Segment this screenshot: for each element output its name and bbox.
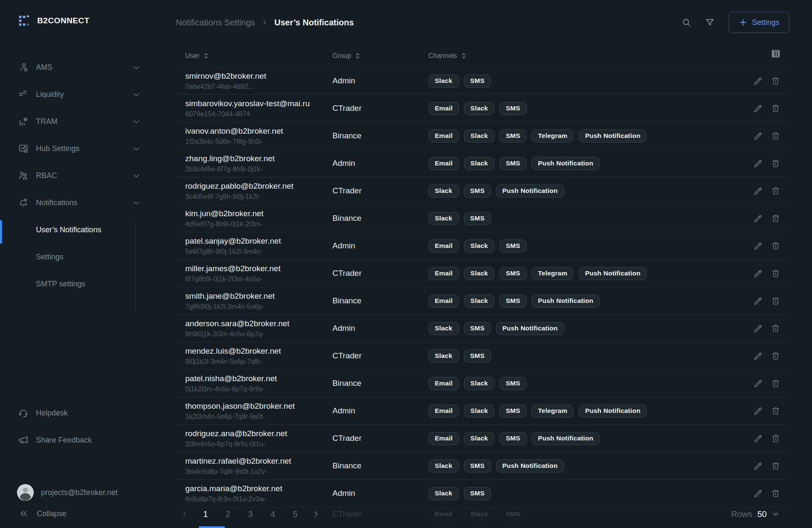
edit-row-button[interactable]	[753, 158, 763, 169]
page-button-1[interactable]: 1	[199, 509, 212, 519]
rows-per-page-select[interactable]: Rows 50	[731, 500, 779, 528]
column-settings-button[interactable]	[770, 48, 781, 59]
channels-cell: EmailSlackSMSPush Notification	[428, 157, 740, 170]
column-header-group[interactable]: Group	[332, 52, 428, 60]
column-header-user[interactable]: User	[176, 52, 332, 60]
sidebar-subitem-smtp-settings[interactable]: SMTP settings	[0, 270, 166, 297]
edit-row-button[interactable]	[753, 433, 763, 444]
group-cell: Binance	[332, 296, 428, 305]
delete-row-button[interactable]	[771, 296, 781, 306]
sidebar-item-liquidity[interactable]: Liquidity	[0, 81, 166, 108]
row-actions	[740, 131, 789, 141]
page-title: User’s Notifications	[274, 18, 354, 28]
delete-row-button[interactable]	[771, 323, 781, 334]
channels-cell: EmailSlackSMSPush Notification	[428, 432, 740, 445]
group-cell: Binance	[332, 379, 428, 388]
delete-row-button[interactable]	[771, 406, 781, 416]
brand-logo-row[interactable]: B2CONNECT	[0, 0, 166, 27]
channel-badge-sms: SMS	[464, 459, 491, 473]
edit-row-button[interactable]	[753, 488, 763, 499]
delete-row-button[interactable]	[771, 76, 781, 86]
edit-row-button[interactable]	[753, 406, 763, 416]
edit-icon	[753, 488, 763, 499]
edit-row-button[interactable]	[753, 461, 763, 471]
sidebar-subitem-user-s-notifications[interactable]: User’s Notifications	[0, 216, 166, 243]
next-page-button[interactable]	[311, 509, 321, 519]
sidebar-item-label: AMS	[36, 63, 132, 72]
user-cell: smirnov@b2broker.net0abe42b7-4fab-4b92..…	[176, 72, 332, 91]
sidebar-link-share-feedback[interactable]: Share Feedback	[0, 426, 166, 454]
page-button-3[interactable]: 3	[244, 509, 257, 519]
table-row: rodriguez.ana@b2broker.net2l3m4n5o-6p7q-…	[176, 425, 789, 452]
sidebar-footer-links: HelpdeskShare Feedback	[0, 399, 166, 454]
tram-icon	[18, 116, 29, 127]
group-cell: CTrader	[332, 269, 428, 278]
channels-cell: SlackSMS	[428, 349, 740, 363]
delete-row-button[interactable]	[771, 213, 781, 224]
channel-badge-push-notification: Push Notification	[579, 129, 647, 143]
breadcrumb-parent[interactable]: Notifications Settings	[176, 18, 255, 28]
page-button-4[interactable]: 4	[266, 509, 279, 519]
delete-row-button[interactable]	[771, 351, 781, 361]
user-email: smirnov@b2broker.net	[185, 72, 332, 81]
liquidity-icon	[18, 89, 29, 100]
previous-page-button[interactable]	[180, 509, 189, 519]
edit-row-button[interactable]	[753, 378, 763, 389]
channel-badge-sms: SMS	[464, 322, 491, 335]
columns-icon	[770, 48, 781, 59]
edit-row-button[interactable]	[753, 131, 763, 141]
trash-icon	[771, 241, 781, 251]
delete-row-button[interactable]	[771, 186, 781, 196]
sidebar-item-ams[interactable]: AMS	[0, 54, 166, 81]
channel-badge-slack: Slack	[428, 349, 459, 363]
filter-button[interactable]	[705, 17, 715, 28]
column-header-channels[interactable]: Channels	[428, 52, 740, 60]
delete-row-button[interactable]	[771, 241, 781, 251]
trash-icon	[771, 378, 781, 389]
edit-row-button[interactable]	[753, 241, 763, 251]
sidebar-item-notifications[interactable]: Notifications	[0, 189, 166, 216]
delete-row-button[interactable]	[771, 158, 781, 169]
edit-row-button[interactable]	[753, 351, 763, 361]
group-cell: Binance	[332, 214, 428, 223]
user-uuid: 8h9i0j1k-2l3m-4n5o-6p7q-	[185, 330, 332, 338]
channel-badge-slack: Slack	[428, 184, 459, 198]
sidebar-item-rbac[interactable]: RBAC	[0, 162, 166, 189]
user-email: thompson.jason@b2broker.net	[185, 402, 332, 411]
search-button[interactable]	[681, 17, 692, 28]
delete-row-button[interactable]	[771, 461, 781, 471]
collapse-button[interactable]: Collapse	[0, 509, 166, 519]
channel-badge-sms: SMS	[499, 294, 527, 308]
add-settings-button[interactable]: Settings	[729, 12, 789, 33]
sidebar-item-tram[interactable]: TRAM	[0, 108, 166, 135]
sidebar-item-label: RBAC	[36, 171, 132, 180]
edit-row-button[interactable]	[753, 186, 763, 196]
sidebar-subitem-settings[interactable]: Settings	[0, 243, 166, 270]
edit-row-button[interactable]	[753, 103, 763, 114]
edit-row-button[interactable]	[753, 296, 763, 306]
profile-row[interactable]: projects@b2broker.net	[0, 484, 166, 501]
delete-row-button[interactable]	[771, 433, 781, 444]
edit-row-button[interactable]	[753, 268, 763, 279]
user-cell: kim.jun@b2broker.net4d5e6f7g-8h9i-0j1k-2…	[176, 209, 332, 228]
chevron-down-icon	[132, 63, 141, 72]
sidebar: B2CONNECT AMSLiquidityTRAMHub SettingsRB…	[0, 0, 166, 528]
channel-badge-sms: SMS	[499, 129, 527, 143]
delete-row-button[interactable]	[771, 488, 781, 499]
sidebar-item-hub-settings[interactable]: Hub Settings	[0, 135, 166, 162]
delete-row-button[interactable]	[771, 131, 781, 141]
delete-row-button[interactable]	[771, 268, 781, 279]
edit-row-button[interactable]	[753, 323, 763, 334]
channels-cell: EmailSlackSMS	[428, 102, 740, 115]
delete-row-button[interactable]	[771, 103, 781, 114]
page-button-5[interactable]: 5	[289, 509, 302, 519]
page-button-2[interactable]: 2	[222, 509, 234, 519]
edit-row-button[interactable]	[753, 213, 763, 224]
sort-icon	[203, 52, 209, 60]
table-row: ivanov.anton@b2broker.net1f2a3b4c-5d6e-7…	[176, 122, 789, 150]
sidebar-link-helpdesk[interactable]: Helpdesk	[0, 399, 166, 426]
channel-badge-push-notification: Push Notification	[532, 157, 600, 170]
edit-row-button[interactable]	[753, 76, 763, 86]
filter-funnel-icon	[705, 17, 715, 28]
delete-row-button[interactable]	[771, 378, 781, 389]
